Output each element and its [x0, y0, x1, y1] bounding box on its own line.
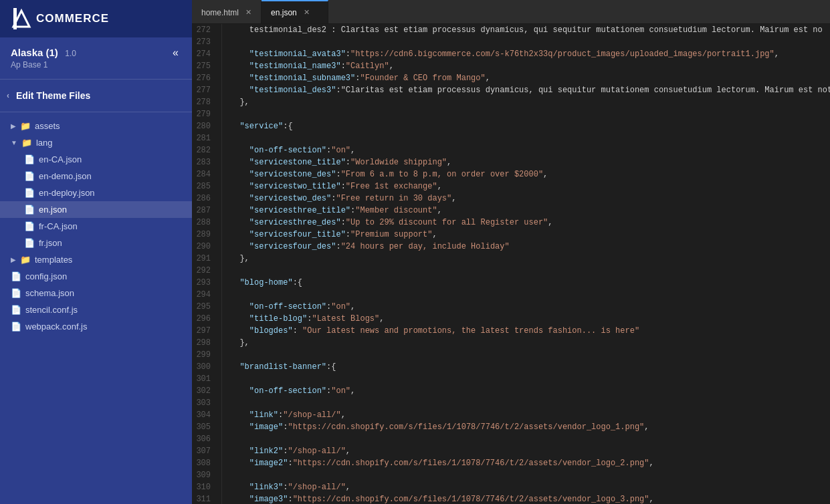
tabs-bar: home.html ✕ en.json ✕ [192, 0, 830, 24]
code-content: "servicesthree_des":"Up to 29% discount … [222, 217, 830, 229]
line-number: 303 [192, 397, 222, 409]
folder-lang[interactable]: ▼ 📁 lang [0, 134, 192, 151]
code-content [222, 36, 830, 48]
file-icon-schema: 📄 [11, 288, 21, 298]
line-number: 280 [192, 120, 222, 132]
file-schema-json[interactable]: 📄 schema.json [0, 285, 192, 301]
code-content: "testimonial_name3":"Caitlyn", [222, 60, 830, 72]
code-row: 277 "testimonial_des3":"Claritas est eti… [192, 84, 830, 96]
line-number: 273 [192, 36, 222, 48]
code-editor[interactable]: 272 testimonial_des2 : Claritas est etia… [192, 24, 830, 504]
expand-icon-lang: ▼ [11, 139, 17, 146]
code-row: 285 "servicestwo_title":"Free 1st exchan… [192, 180, 830, 193]
code-row: 308 "image2":"https://cdn.shopify.com/s/… [192, 457, 830, 469]
code-row: 304 "link":"/shop-all/", [192, 409, 830, 421]
code-content: "on-off-section":"on", [222, 144, 830, 156]
code-content: "testimonial_subname3":"Founder & CEO fr… [222, 72, 830, 84]
edit-theme-section[interactable]: ‹ Edit Theme Files [0, 80, 192, 112]
tab-home-html[interactable]: home.html ✕ [192, 0, 262, 23]
line-number: 281 [192, 132, 222, 144]
file-fr-json[interactable]: 📄 fr.json [0, 235, 192, 251]
code-row: 301 [192, 373, 830, 385]
tab-home-html-close[interactable]: ✕ [245, 8, 251, 17]
code-content: "servicestwo_title":"Free 1st exchange", [222, 180, 830, 193]
file-en-json[interactable]: 📄 en.json [0, 201, 192, 218]
file-icon-webpack: 📄 [11, 322, 21, 332]
code-content: "on-off-section":"on", [222, 385, 830, 397]
code-content [222, 349, 830, 361]
sidebar-header: COMMERCE [0, 0, 192, 37]
code-row: 289 "servicesfour_title":"Premium suppor… [192, 229, 830, 241]
file-en-demo-json[interactable]: 📄 en-demo.json [0, 168, 192, 184]
code-row: 300 "brandlist-banner":{ [192, 361, 830, 373]
file-stencil-conf-js[interactable]: 📄 stencil.conf.js [0, 301, 192, 318]
tab-en-json[interactable]: en.json ✕ [262, 0, 328, 23]
collapse-button[interactable]: « [170, 47, 181, 59]
file-fr-ca-json[interactable]: 📄 fr-CA.json [0, 218, 192, 235]
code-content: "brandlist-banner":{ [222, 361, 830, 373]
code-row: 278 }, [192, 96, 830, 108]
line-number: 295 [192, 301, 222, 313]
file-icon-en-deploy: 📄 [24, 188, 35, 198]
sidebar: COMMERCE Alaska (1) 1.0 « Ap Base 1 ‹ Ed… [0, 0, 192, 504]
line-number: 289 [192, 229, 222, 241]
file-icon-stencil: 📄 [11, 305, 21, 315]
file-en-ca-json[interactable]: 📄 en-CA.json [0, 151, 192, 168]
code-row: 295 "on-off-section":"on", [192, 301, 830, 313]
line-number: 294 [192, 289, 222, 301]
line-number: 311 [192, 493, 222, 504]
file-config-json[interactable]: 📄 config.json [0, 268, 192, 285]
line-number: 304 [192, 409, 222, 421]
file-en-deploy-json[interactable]: 📄 en-deploy.json [0, 184, 192, 201]
line-number: 298 [192, 337, 222, 349]
code-content: }, [222, 337, 830, 349]
logo-text: COMMERCE [36, 12, 109, 25]
folder-label-lang: lang [36, 138, 53, 148]
code-row: 292 [192, 265, 830, 277]
line-number: 288 [192, 217, 222, 229]
theme-name-version: Alaska (1) 1.0 [11, 47, 76, 59]
code-row: 280 "service":{ [192, 120, 830, 132]
code-content: "testimonial_des3":"Claritas est etiam p… [222, 84, 830, 96]
code-content: "servicestone_title":"Worldwide shipping… [222, 156, 830, 168]
folder-assets[interactable]: ▶ 📁 assets [0, 118, 192, 134]
code-content: }, [222, 253, 830, 265]
line-number: 274 [192, 48, 222, 60]
folder-icon-lang: 📁 [21, 138, 32, 148]
line-number: 279 [192, 108, 222, 120]
code-row: 286 "servicestwo_des":"Free return in 30… [192, 193, 830, 205]
folder-templates[interactable]: ▶ 📁 templates [0, 251, 192, 268]
code-row: 311 "image3":"https://cdn.shopify.com/s/… [192, 493, 830, 504]
edit-theme-label: Edit Theme Files [16, 90, 90, 101]
code-row: 290 "servicesfour_des":"24 hours per day… [192, 241, 830, 253]
code-row: 303 [192, 397, 830, 409]
code-row: 272 testimonial_des2 : Claritas est etia… [192, 24, 830, 36]
folder-label-templates: templates [35, 255, 72, 265]
tab-en-json-label: en.json [271, 8, 297, 17]
code-content: "title-blog":"Latest Blogs", [222, 313, 830, 325]
folder-icon-templates: 📁 [20, 255, 31, 265]
code-lines-container: 272 testimonial_des2 : Claritas est etia… [192, 24, 830, 504]
code-content [222, 265, 830, 277]
code-content [222, 373, 830, 385]
file-icon-config: 📄 [11, 271, 21, 281]
file-webpack-conf-js[interactable]: 📄 webpack.conf.js [0, 318, 192, 335]
line-number: 284 [192, 168, 222, 180]
tab-en-json-close[interactable]: ✕ [304, 8, 310, 17]
line-number: 310 [192, 481, 222, 493]
code-content [222, 433, 830, 445]
code-row: 299 [192, 349, 830, 361]
code-row: 279 [192, 108, 830, 120]
file-icon-fr-ca: 📄 [24, 221, 35, 231]
code-row: 294 [192, 289, 830, 301]
line-number: 302 [192, 385, 222, 397]
code-row: 282 "on-off-section":"on", [192, 144, 830, 156]
logo-area: COMMERCE [11, 8, 109, 29]
file-tree: ▶ 📁 assets ▼ 📁 lang 📄 en-CA.json 📄 en-de… [0, 112, 192, 504]
line-number: 286 [192, 193, 222, 205]
edit-theme-button[interactable]: ‹ Edit Theme Files [7, 90, 181, 101]
code-content [222, 132, 830, 144]
code-content: "image2":"https://cdn.shopify.com/s/file… [222, 457, 830, 469]
theme-version: 1.0 [65, 49, 76, 58]
expand-icon-assets: ▶ [11, 122, 16, 130]
